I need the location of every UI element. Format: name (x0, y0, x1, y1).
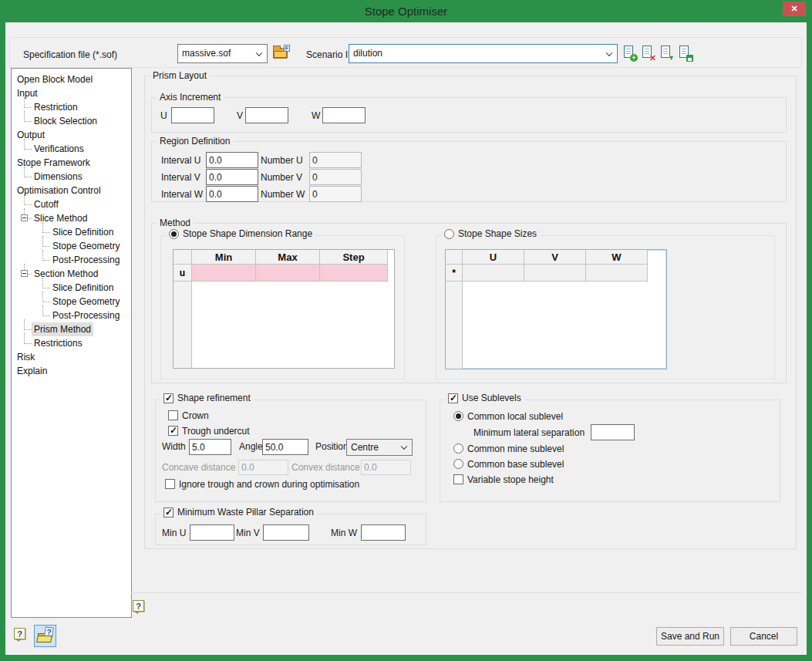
trough-undercut-checkbox[interactable] (168, 426, 178, 436)
ignore-trough-crown-label: Ignore trough and crown during optimisat… (179, 479, 359, 490)
footer-divider (131, 592, 802, 593)
col-max: Max (256, 250, 320, 265)
cancel-button[interactable]: Cancel (730, 627, 797, 646)
method-title: Method (157, 218, 194, 228)
sidebar-item-label: Block Selection (32, 114, 99, 128)
sidebar-item-label: Slice Method (32, 211, 89, 225)
axis-w-input[interactable] (322, 107, 366, 123)
col-w: W (586, 250, 648, 265)
common-base-sublevel-radio[interactable] (453, 459, 463, 469)
cell-star-w[interactable] (586, 265, 648, 282)
shape-sizes-radio[interactable] (444, 229, 454, 239)
collapse-minus-icon[interactable] (21, 214, 28, 221)
sidebar-item-stope-geometry[interactable]: Stope Geometry (12, 295, 131, 309)
help-topics-folder-icon[interactable]: ? (34, 625, 56, 647)
waste-pillar-group: Minimum Waste Pillar Separation Min U Mi… (155, 514, 426, 545)
dimension-range-radio[interactable] (169, 229, 179, 239)
chevron-down-icon (401, 443, 407, 450)
browse-folder-icon[interactable]: F (273, 46, 289, 61)
waste-pillar-checkbox[interactable] (163, 508, 174, 518)
scenario-id-combo[interactable]: dilution (349, 44, 618, 63)
sidebar-item-open-block-model[interactable]: Open Block Model (12, 73, 131, 86)
row-header: * (446, 265, 463, 282)
interval-u-input[interactable] (206, 152, 258, 168)
axis-v-input[interactable] (245, 107, 288, 123)
axis-increment-title: Axis Increment (157, 92, 224, 103)
sidebar-item-risk[interactable]: Risk (12, 350, 131, 364)
import-scenario-icon[interactable]: ▼ (660, 46, 673, 61)
help-icon[interactable]: ? (14, 628, 27, 643)
delete-scenario-icon[interactable]: ✕ (642, 46, 655, 61)
chevron-down-icon (256, 49, 262, 56)
min-w-label: Min W (331, 528, 357, 538)
sidebar-item-slice-method[interactable]: Slice Method (12, 211, 131, 225)
convex-distance-label: Convex distance (291, 462, 360, 473)
position-value: Centre (351, 442, 379, 453)
col-u: U (463, 250, 524, 265)
angle-input[interactable] (262, 439, 308, 455)
number-v-input (309, 169, 362, 185)
min-v-input[interactable] (263, 524, 309, 541)
crown-label: Crown (182, 410, 209, 421)
dimension-range-table[interactable]: Min Max Step u (173, 249, 395, 369)
spec-file-combo[interactable]: massive.sof (177, 44, 268, 63)
crown-checkbox[interactable] (168, 410, 178, 420)
sidebar-item-slice-definition[interactable]: Slice Definition (12, 225, 131, 239)
use-sublevels-checkbox[interactable] (448, 393, 458, 403)
table-header-row: U V W (446, 250, 648, 265)
titlebar: Stope Optimiser ✕ (0, 0, 812, 22)
cell-u-step[interactable] (320, 265, 388, 282)
region-definition-title: Region Definition (157, 136, 233, 147)
position-label: Position (315, 441, 349, 452)
common-local-sublevel-radio[interactable] (453, 411, 463, 421)
cell-u-max[interactable] (256, 265, 320, 282)
sidebar-item-stope-geometry[interactable]: Stope Geometry (12, 239, 131, 253)
waste-pillar-label: Minimum Waste Pillar Separation (177, 507, 314, 518)
concave-distance-label: Concave distance (162, 462, 235, 473)
table-row: * (446, 265, 648, 282)
axis-u-input[interactable] (171, 107, 214, 123)
min-lateral-separation-label: Minimum lateral separation (473, 427, 585, 438)
cell-star-u[interactable] (463, 265, 524, 282)
variable-stope-height-checkbox[interactable] (453, 474, 463, 484)
row-header: u (174, 265, 192, 282)
min-lateral-separation-input[interactable] (591, 424, 635, 440)
cell-u-min[interactable] (192, 265, 256, 282)
stope-optimiser-window: Stope Optimiser ✕ Specification file (*.… (0, 0, 812, 661)
interval-w-label: Interval W (161, 189, 203, 200)
min-v-label: Min V (236, 528, 260, 538)
table-row: u (174, 265, 388, 282)
min-u-input[interactable] (190, 524, 234, 541)
sidebar-item-slice-definition[interactable]: Slice Definition (12, 281, 131, 295)
spec-file-value: massive.sof (182, 48, 231, 59)
sidebar-item-verifications[interactable]: Verifications (12, 142, 131, 156)
width-input[interactable] (189, 439, 231, 455)
collapse-minus-icon[interactable] (21, 270, 28, 277)
concave-distance-input (238, 460, 288, 475)
sidebar-item-label: Prism Method (32, 322, 93, 336)
sidebar-item-label: Slice Definition (50, 281, 116, 295)
save-and-run-button[interactable]: Save and Run (656, 627, 724, 646)
sidebar-item-label: Slice Definition (50, 225, 116, 239)
close-button[interactable]: ✕ (783, 2, 806, 16)
shape-refinement-checkbox[interactable] (163, 393, 174, 403)
sidebar-item-section-method[interactable]: Section Method (12, 267, 131, 281)
help-icon[interactable]: ? (133, 600, 146, 615)
sidebar-item-explain[interactable]: Explain (12, 364, 131, 378)
shape-sizes-table[interactable]: U V W * (445, 249, 667, 369)
min-w-input[interactable] (361, 524, 406, 541)
cell-star-v[interactable] (524, 265, 586, 282)
common-base-sublevel-label: Common base sublevel (467, 459, 564, 470)
position-combo[interactable]: Centre (346, 439, 413, 456)
sidebar-item-restrictions[interactable]: Restrictions (12, 336, 131, 350)
interval-v-input[interactable] (206, 169, 258, 185)
sidebar-item-label: Restrictions (32, 336, 85, 350)
sidebar-item-dimensions[interactable]: Dimensions (12, 170, 131, 184)
interval-w-input[interactable] (206, 186, 258, 202)
sidebar-item-block-selection[interactable]: Block Selection (12, 114, 131, 128)
common-mine-sublevel-radio[interactable] (453, 443, 463, 454)
save-scenario-icon[interactable] (679, 46, 692, 61)
ignore-trough-crown-checkbox[interactable] (165, 479, 175, 489)
new-scenario-icon[interactable]: + (623, 46, 636, 61)
sidebar-item-label: Stope Geometry (50, 239, 122, 253)
